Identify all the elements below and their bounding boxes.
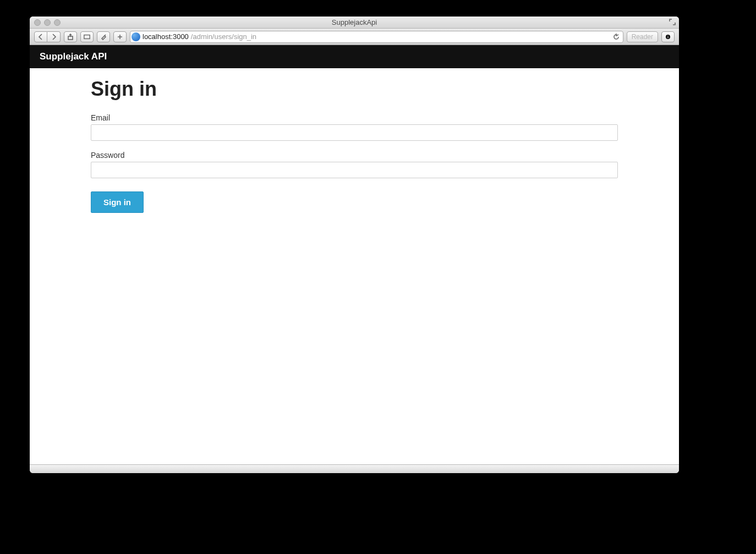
url-host: localhost:3000 <box>143 32 189 41</box>
browser-toolbar: localhost:3000/admin/users/sign_in Reade… <box>30 29 679 45</box>
favicon-icon <box>132 32 140 41</box>
back-button[interactable] <box>34 31 47 42</box>
window-title: SupplejackApi <box>30 18 679 26</box>
password-input[interactable] <box>91 162 618 178</box>
svg-rect-1 <box>84 35 90 39</box>
minimize-window-button[interactable] <box>44 19 51 26</box>
email-group: Email <box>91 113 618 141</box>
reload-button[interactable] <box>612 32 621 41</box>
email-input[interactable] <box>91 124 618 141</box>
page-viewport: Supplejack API Sign in Email Password Si… <box>30 45 679 464</box>
downloads-button[interactable] <box>661 31 675 42</box>
email-label: Email <box>91 113 618 122</box>
share-button[interactable] <box>64 31 77 42</box>
window-titlebar: SupplejackApi <box>30 17 679 29</box>
signin-form: Email Password Sign in <box>91 113 618 213</box>
traffic-lights <box>34 19 61 26</box>
window-statusbar <box>30 464 679 473</box>
fullscreen-icon[interactable] <box>669 19 676 25</box>
signin-button[interactable]: Sign in <box>91 191 144 213</box>
zoom-window-button[interactable] <box>54 19 61 26</box>
brand[interactable]: Supplejack API <box>40 51 107 62</box>
prefs-button[interactable] <box>97 31 110 42</box>
address-bar[interactable]: localhost:3000/admin/users/sign_in <box>130 31 623 43</box>
main-container: Sign in Email Password Sign in <box>89 78 620 213</box>
tabs-button[interactable] <box>80 31 94 42</box>
url-path: /admin/users/sign_in <box>191 32 256 41</box>
password-group: Password <box>91 151 618 178</box>
reader-button[interactable]: Reader <box>627 31 658 42</box>
password-label: Password <box>91 151 618 160</box>
reader-label: Reader <box>632 33 653 41</box>
forward-button[interactable] <box>47 31 61 42</box>
new-tab-button[interactable] <box>113 31 127 42</box>
browser-window: SupplejackApi localhost:3000/a <box>30 17 679 473</box>
close-window-button[interactable] <box>34 19 41 26</box>
app-navbar: Supplejack API <box>30 45 679 68</box>
nav-button-group <box>34 31 61 42</box>
page-heading: Sign in <box>91 78 618 100</box>
